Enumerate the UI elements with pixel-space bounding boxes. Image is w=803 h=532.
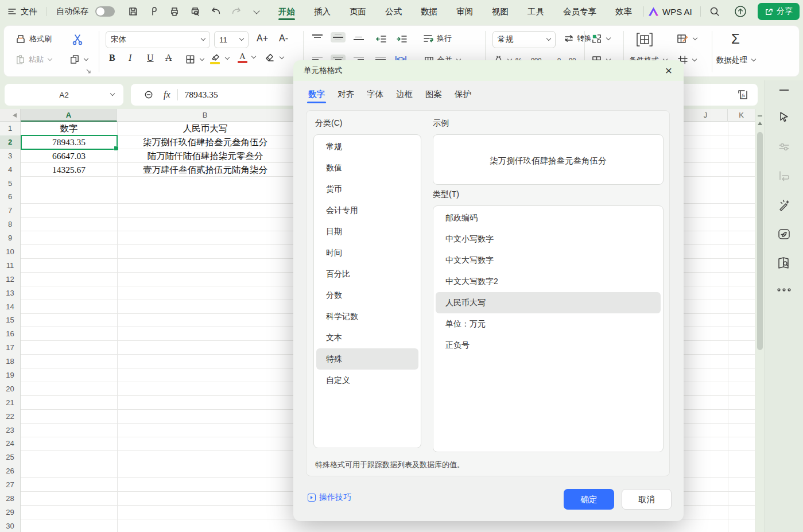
select-all-corner[interactable] [0,109,21,122]
cell-B4[interactable]: 壹万肆仟叁佰贰拾伍元陆角柒分 [117,163,293,177]
save-icon[interactable] [127,6,139,17]
type-item-人民币大写[interactable]: 人民币大写 [436,292,661,313]
cell-A1[interactable]: 数字 [21,122,117,135]
type-list[interactable]: 邮政编码中文小写数字中文大写数字中文大写数字2人民币大写单位：万元正负号 [433,205,664,452]
row-header-28[interactable]: 28 [0,492,20,506]
quick-access-more-icon[interactable] [253,7,259,14]
menu-tab-插入[interactable]: 插入 [307,0,338,23]
scrollbar-thumb[interactable] [757,132,763,350]
row-header-20[interactable]: 20 [0,382,20,396]
redo-icon[interactable] [231,6,242,17]
share-button[interactable]: 分享 [758,3,800,20]
cell-A4[interactable]: 14325.67 [21,163,117,177]
cell-B3[interactable]: 陆万陆仟陆佰肆拾柒元零叁分 [117,149,293,163]
row-header-8[interactable]: 8 [0,218,20,231]
row-header-2[interactable]: 2 [0,135,20,149]
row-header-18[interactable]: 18 [0,355,20,368]
category-item-百分比[interactable]: 百分比 [316,263,418,285]
column-header-k[interactable]: K [728,109,755,122]
row-header-24[interactable]: 24 [0,437,20,451]
row-header-29[interactable]: 29 [0,506,20,519]
expand-clipboard-icon[interactable] [85,68,92,75]
insert-cells-button[interactable] [591,33,610,44]
category-item-分数[interactable]: 分数 [316,285,418,306]
type-item-中文小写数字[interactable]: 中文小写数字 [436,228,661,250]
dialog-tab-数字[interactable]: 数字 [307,81,326,107]
row-header-13[interactable]: 13 [0,286,20,300]
autosave-toggle[interactable] [95,6,115,17]
book-search-icon[interactable] [777,256,792,270]
copy-dropdown-icon[interactable] [84,56,88,60]
undo-icon[interactable] [210,6,222,17]
font-size-select[interactable]: 11 [214,31,249,48]
cell-B1[interactable]: 人民币大写 [117,122,293,135]
bold-button[interactable]: B [109,53,115,63]
magic-wand-icon[interactable] [777,199,791,212]
menu-tab-审阅[interactable]: 审阅 [449,0,480,23]
row-header-9[interactable]: 9 [0,231,20,245]
dialog-tab-字体[interactable]: 字体 [366,81,385,107]
adjust-sliders-icon[interactable] [777,140,791,154]
menu-tab-数据[interactable]: 数据 [414,0,444,23]
row-header-4[interactable]: 4 [0,163,20,177]
autosum-icon[interactable]: Σ [731,31,740,47]
row-header-27[interactable]: 27 [0,478,20,492]
category-item-科学记数[interactable]: 科学记数 [316,306,418,327]
row-header-12[interactable]: 12 [0,273,20,286]
loop-playback-icon[interactable] [777,169,791,182]
fill-handle[interactable] [114,146,119,151]
menu-tab-公式[interactable]: 公式 [378,0,409,23]
split-handle-icon[interactable] [758,115,762,117]
align-top-button[interactable] [310,32,325,42]
number-format-select[interactable]: 常规 [492,31,556,48]
more-options-icon[interactable] [777,287,792,293]
align-middle-button[interactable] [331,32,346,42]
row-header-21[interactable]: 21 [0,396,20,410]
print-icon[interactable] [169,6,180,17]
category-item-数值[interactable]: 数值 [316,157,418,178]
category-item-自定义[interactable]: 自定义 [316,370,418,391]
category-item-货币[interactable]: 货币 [316,178,418,200]
dialog-tab-保护[interactable]: 保护 [453,81,472,107]
zoom-formula-icon[interactable] [143,90,154,100]
underline-button[interactable]: U [147,53,154,63]
row-header-14[interactable]: 14 [0,300,20,314]
wps-ai-button[interactable]: WPS AI [649,7,692,17]
cell-A3[interactable]: 66647.03 [21,149,117,163]
eco-template-icon[interactable] [777,227,792,241]
eraser-button[interactable] [264,53,284,63]
type-item-中文大写数字[interactable]: 中文大写数字 [436,250,661,271]
vertical-scrollbar[interactable] [755,109,765,532]
dialog-tab-边框[interactable]: 边框 [395,81,414,107]
fx-icon[interactable]: fx [164,90,170,100]
conditional-format-icon[interactable] [636,32,653,47]
menu-tab-视图[interactable]: 视图 [485,0,515,23]
type-item-邮政编码[interactable]: 邮政编码 [436,207,661,228]
tips-link[interactable]: 操作技巧 [308,492,351,503]
row-header-7[interactable]: 7 [0,204,20,218]
paste-dropdown-icon[interactable] [48,56,52,60]
menu-tab-页面[interactable]: 页面 [343,0,373,23]
strikethrough-button[interactable]: A [165,53,172,63]
italic-button[interactable]: I [129,53,131,63]
category-item-会计专用[interactable]: 会计专用 [316,200,418,221]
cell-B2[interactable]: 柒万捌仟玖佰肆拾叁元叁角伍分 [117,135,293,149]
row-header-11[interactable]: 11 [0,259,20,273]
wrap-text-button[interactable]: 换行 [422,33,452,44]
collapse-icon[interactable] [779,90,789,91]
category-item-日期[interactable]: 日期 [316,221,418,242]
menu-tab-会员专享[interactable]: 会员专享 [556,0,603,23]
row-header-3[interactable]: 3 [0,149,20,163]
scroll-up-icon[interactable] [758,122,762,125]
font-color-button[interactable]: A [238,52,255,63]
hamburger-menu-icon[interactable] [7,6,17,17]
borders-button[interactable] [185,54,204,65]
row-header-23[interactable]: 23 [0,424,20,437]
column-header-b[interactable]: B [117,109,293,122]
row-header-19[interactable]: 19 [0,368,20,382]
upload-cloud-icon[interactable] [734,5,747,18]
table-style-button[interactable] [676,33,697,45]
file-menu[interactable]: 文件 [21,6,37,17]
format-painter-button[interactable]: 格式刷 [15,33,52,45]
category-list[interactable]: 常规数值货币会计专用日期时间百分比分数科学记数文本特殊自定义 [313,134,421,448]
